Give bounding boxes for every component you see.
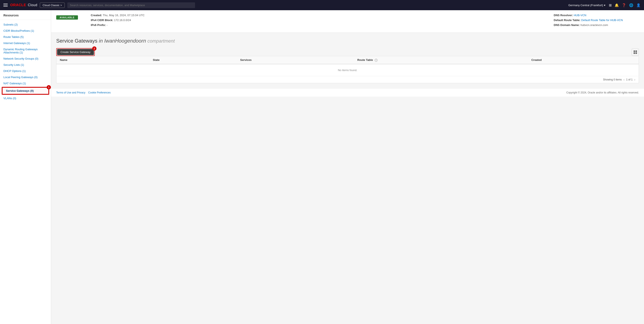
sidebar-item-drg-attachments[interactable]: Dynamic Routing Gateways Attachments (1) (0, 46, 51, 55)
pagination-prev[interactable]: ‹ (624, 78, 624, 81)
cloud-text: Cloud (28, 3, 37, 7)
grid-icon (633, 50, 638, 54)
terms-link[interactable]: Terms of Use and Privacy (56, 91, 86, 94)
dns-resolver-link[interactable]: HUB-VCN (574, 14, 586, 17)
sidebar-item-local-peering[interactable]: Local Peering Gateways (0) (0, 74, 51, 80)
created-value: Thu, May 16, 2024, 07:15:04 UTC (103, 14, 144, 17)
no-items-message: No items found. (56, 64, 639, 76)
footer-copyright: Copyright © 2024, Oracle and/or its affi… (566, 91, 639, 94)
sidebar-item-vlans[interactable]: VLANs (0) (0, 95, 51, 101)
sidebar-item-dhcp[interactable]: DHCP Options (1) (0, 68, 51, 74)
dns-domain-row: DNS Domain Name: hubvcn.oraclevcn.com (554, 23, 639, 27)
create-button-wrapper: Create Service Gateway 2 (56, 48, 95, 56)
vcn-status-badge: AVAILABLE (56, 15, 78, 19)
sidebar-active-wrapper: 1 Service Gateways (0) (2, 87, 49, 95)
topnav-right: Germany Central (Frankfurt) ▾ ⊞ 🔔 ❓ 🌐 👤 (568, 3, 640, 7)
sidebar-item-internet-gateways[interactable]: Internet Gateways (1) (0, 40, 51, 46)
col-name: Name (56, 56, 150, 64)
cookie-link[interactable]: Cookie Preferences (88, 91, 110, 94)
svg-rect-1 (636, 50, 637, 52)
created-row: Created: Thu, May 16, 2024, 07:15:04 UTC (91, 14, 541, 17)
ipv4-row: IPv4 CIDR Block: 172.16.0.0/24 (91, 18, 541, 22)
service-gateways-table: Name State Services Route Table i Create… (56, 56, 639, 76)
grid-view-button[interactable] (632, 48, 639, 56)
sidebar-badge: 1 (47, 85, 51, 89)
created-label: Created: (91, 14, 102, 17)
globe-icon[interactable]: 🌐 (629, 3, 633, 7)
ipv4-label: IPv4 CIDR Block: (91, 18, 113, 22)
section-title: Service Gateways in IwanHoogendoorn comp… (56, 38, 639, 44)
ipv6-row: IPv6 Prefix: - (91, 23, 541, 27)
dns-domain-label: DNS Domain Name: (554, 23, 580, 27)
region-name: Germany Central (Frankfurt) (568, 3, 603, 7)
create-button-badge: 2 (92, 46, 96, 51)
ipv4-value: 172.16.0.0/24 (114, 18, 131, 22)
svg-rect-3 (636, 52, 637, 54)
oracle-logo: ORACLE Cloud (10, 3, 37, 7)
vcn-status-column: AVAILABLE (56, 14, 78, 28)
top-navigation: ORACLE Cloud Cloud Classic > Germany Cen… (0, 0, 644, 10)
main-content: AVAILABLE Created: Thu, May 16, 2024, 07… (51, 10, 644, 324)
section-title-vcn-name: IwanHoogendoorn (104, 38, 146, 44)
oracle-text: ORACLE (10, 3, 26, 7)
sidebar-item-route-tables[interactable]: Route Tables (5) (0, 34, 51, 40)
sidebar-item-nsg[interactable]: Network Security Groups (0) (0, 55, 51, 62)
dns-domain-value: hubvcn.oraclevcn.com (580, 23, 608, 27)
search-input[interactable] (67, 2, 195, 8)
col-services: Services (237, 56, 354, 64)
vcn-details-left: Created: Thu, May 16, 2024, 07:15:04 UTC… (91, 14, 541, 28)
col-created: Created (528, 56, 639, 64)
vcn-info-box: AVAILABLE Created: Thu, May 16, 2024, 07… (51, 10, 644, 33)
dns-resolver-label: DNS Resolver: (554, 14, 573, 17)
sidebar-item-service-gateways[interactable]: Service Gateways (0) (2, 87, 49, 94)
sidebar-item-nat-gateways[interactable]: NAT Gateways (1) (0, 80, 51, 86)
col-state: State (149, 56, 236, 64)
pagination-label: 1 of 1 (626, 78, 632, 81)
default-route-row: Default Route Table: Default Route Table… (554, 18, 639, 22)
toolbar-left: Create Service Gateway 2 (56, 48, 95, 56)
bell-icon[interactable]: 🔔 (614, 3, 619, 7)
dns-resolver-row: DNS Resolver: HUB-VCN (554, 14, 639, 17)
footer-left: Terms of Use and Privacy Cookie Preferen… (56, 91, 110, 94)
section-title-compartment: compartment (147, 38, 175, 44)
col-route-table: Route Table i (354, 56, 528, 64)
sidebar-item-cidr[interactable]: CIDR Blocks/Prefixes (1) (0, 28, 51, 34)
table-footer: Showing 0 items ‹ 1 of 1 › (56, 76, 639, 83)
section-title-prefix: Service Gateways (56, 38, 97, 44)
default-route-link[interactable]: Default Route Table for HUB-VCN (581, 18, 623, 22)
region-selector[interactable]: Germany Central (Frankfurt) ▾ (568, 3, 606, 7)
vcn-details-right: DNS Resolver: HUB-VCN Default Route Tabl… (554, 14, 639, 28)
ipv6-value: - (107, 23, 108, 27)
region-chevron: ▾ (604, 3, 606, 7)
create-service-gateway-button[interactable]: Create Service Gateway (57, 49, 94, 55)
sidebar-item-security-lists[interactable]: Security Lists (1) (0, 62, 51, 68)
service-gateways-section: Service Gateways in IwanHoogendoorn comp… (51, 33, 644, 83)
section-title-in: in (99, 38, 104, 44)
sidebar-item-subnets[interactable]: Subnets (2) (0, 21, 51, 28)
pagination-next[interactable]: › (634, 78, 635, 81)
user-avatar[interactable]: 👤 (636, 3, 640, 7)
no-items-row: No items found. (56, 64, 639, 76)
page-footer: Terms of Use and Privacy Cookie Preferen… (51, 88, 644, 97)
sidebar: Resources Subnets (2) CIDR Blocks/Prefix… (0, 10, 51, 324)
ipv6-label: IPv6 Prefix: (91, 23, 106, 27)
hamburger-menu[interactable] (4, 3, 8, 6)
showing-count: Showing 0 items (603, 78, 622, 81)
cloud-classic-button[interactable]: Cloud Classic > (40, 2, 65, 8)
help-icon[interactable]: ❓ (622, 3, 626, 7)
svg-rect-2 (634, 52, 635, 54)
topnav-icons: ⊞ 🔔 ❓ 🌐 👤 (609, 3, 640, 7)
default-route-label: Default Route Table: (554, 18, 580, 22)
view-toggle-button[interactable] (632, 48, 639, 56)
toolbar: Create Service Gateway 2 (56, 48, 639, 56)
route-table-info-icon[interactable]: i (374, 59, 378, 62)
sidebar-heading: Resources (0, 14, 51, 20)
svg-rect-0 (634, 50, 635, 52)
console-icon[interactable]: ⊞ (609, 3, 612, 7)
